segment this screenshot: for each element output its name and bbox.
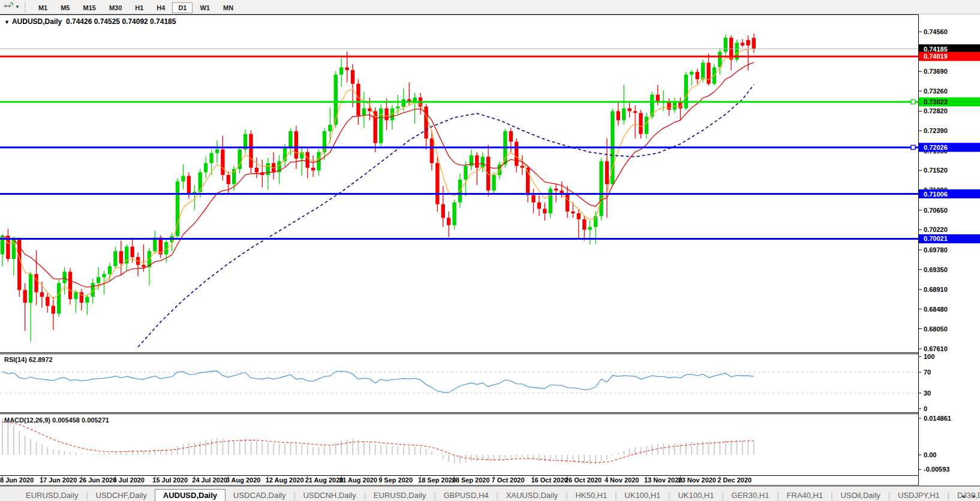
svg-text:0.68480: 0.68480 xyxy=(924,306,948,313)
svg-text:0.73690: 0.73690 xyxy=(924,68,948,75)
toolbar-grip[interactable] xyxy=(25,2,28,12)
svg-text:0.74560: 0.74560 xyxy=(924,28,948,35)
svg-text:0.74019: 0.74019 xyxy=(924,53,948,60)
svg-text:16 Oct 2020: 16 Oct 2020 xyxy=(531,476,567,484)
chart-tab-eurusd-daily[interactable]: EURUSD,Daily xyxy=(366,489,434,501)
tab-scroll-left-icon[interactable]: ◄ xyxy=(958,493,967,500)
timeframe-button-m1[interactable]: M1 xyxy=(32,2,53,13)
svg-text:0.00: 0.00 xyxy=(924,451,936,458)
svg-text:15 Jul 2020: 15 Jul 2020 xyxy=(152,476,188,484)
chart-scroll-icon[interactable] xyxy=(2,2,13,13)
svg-text:23 Nov 2020: 23 Nov 2020 xyxy=(678,476,716,484)
chart-tab-bar: EURUSD,Daily|USDCHF,DailyAUDUSD,DailyUSD… xyxy=(0,486,980,501)
chart-tab-usdcad-daily[interactable]: USDCAD,Daily xyxy=(226,489,293,501)
svg-text:0.71006: 0.71006 xyxy=(924,191,948,198)
timeframe-button-m30[interactable]: M30 xyxy=(103,2,128,13)
timeframe-button-mn[interactable]: MN xyxy=(217,2,239,13)
svg-text:2 Dec 2020: 2 Dec 2020 xyxy=(717,476,751,484)
macd-indicator-label: MACD(12,26,9) 0.005458 0.005271 xyxy=(4,417,109,424)
svg-text:0.74185: 0.74185 xyxy=(924,46,948,53)
svg-text:0.73023: 0.73023 xyxy=(924,98,948,105)
chart-title: ▼AUDUSD,Daily 0.74426 0.74525 0.74092 0.… xyxy=(4,17,176,26)
svg-text:12 Aug 2020: 12 Aug 2020 xyxy=(266,476,304,484)
chart-tab-eurusd-daily[interactable]: EURUSD,Daily xyxy=(18,489,86,501)
chart-tab-audusd-daily[interactable]: AUDUSD,Daily xyxy=(155,489,226,501)
svg-text:24 Jul 2020: 24 Jul 2020 xyxy=(192,476,227,484)
mt4-window: ▼ M1M5M15M30H1H4D1W1MN 8 Jun 202017 Jun … xyxy=(0,0,980,501)
svg-text:26 Oct 2020: 26 Oct 2020 xyxy=(565,476,602,484)
svg-text:0.69780: 0.69780 xyxy=(924,246,948,253)
rsi-indicator-label: RSI(14) 62.8972 xyxy=(4,356,53,363)
timeframe-button-w1[interactable]: W1 xyxy=(194,2,216,13)
chart-tab-usdjpy-h1[interactable]: USDJPY,H1 xyxy=(890,489,948,501)
svg-text:26 Jun 2020: 26 Jun 2020 xyxy=(79,476,116,484)
chart-tab-usdcnh-daily[interactable]: USDCNH,Daily xyxy=(296,489,364,501)
svg-text:28 Sep 2020: 28 Sep 2020 xyxy=(452,476,490,484)
tab-scroll-right-icon[interactable]: ► xyxy=(970,493,979,500)
chart-tab-gbpusd-h4[interactable]: GBPUSD,H4 xyxy=(435,489,496,501)
timeframe-button-m5[interactable]: M5 xyxy=(55,2,76,13)
tab-scroll-buttons: ◄► xyxy=(958,493,979,500)
svg-text:100: 100 xyxy=(924,353,934,360)
chart-tab-fra40-h1[interactable]: FRA40,H1 xyxy=(779,489,831,501)
chart-tab-xauusd-daily[interactable]: XAUUSD,Daily xyxy=(498,489,566,501)
svg-text:0.70650: 0.70650 xyxy=(924,207,948,214)
chart-tab-hk50-h1[interactable]: HK50,H1 xyxy=(567,489,615,501)
chart-area: 8 Jun 202017 Jun 202026 Jun 20206 Jul 20… xyxy=(0,14,980,486)
svg-text:0.72390: 0.72390 xyxy=(924,127,948,134)
chart-tab-ger30-h1[interactable]: GER30,H1 xyxy=(724,489,777,501)
cursor-tool-group: ▼ xyxy=(0,2,22,13)
price-chart-canvas[interactable]: 8 Jun 202017 Jun 202026 Jun 20206 Jul 20… xyxy=(0,14,980,486)
svg-text:0.69350: 0.69350 xyxy=(924,266,948,273)
svg-text:0.70021: 0.70021 xyxy=(924,235,948,242)
svg-text:0.73260: 0.73260 xyxy=(924,87,948,95)
chart-tab-usdchf-daily[interactable]: USDCHF,Daily xyxy=(88,489,155,501)
svg-text:0.014861: 0.014861 xyxy=(924,415,951,422)
toolbar: ▼ M1M5M15M30H1H4D1W1MN xyxy=(0,0,980,14)
timeframe-button-d1[interactable]: D1 xyxy=(172,2,193,13)
svg-text:0.72026: 0.72026 xyxy=(924,144,948,151)
svg-text:21 Aug 2020: 21 Aug 2020 xyxy=(305,476,344,484)
svg-text:17 Jun 2020: 17 Jun 2020 xyxy=(40,476,77,484)
svg-text:30: 30 xyxy=(924,390,931,397)
svg-text:9 Sep 2020: 9 Sep 2020 xyxy=(378,476,413,484)
svg-text:13 Nov 2020: 13 Nov 2020 xyxy=(644,476,683,484)
svg-text:0.68910: 0.68910 xyxy=(924,286,948,293)
timeframe-button-h1[interactable]: H1 xyxy=(129,2,149,13)
svg-text:6 Jul 2020: 6 Jul 2020 xyxy=(113,476,145,484)
timeframe-toolbar: M1M5M15M30H1H4D1W1MN xyxy=(32,2,240,13)
svg-text:18 Sep 2020: 18 Sep 2020 xyxy=(418,476,456,484)
svg-text:8 Jun 2020: 8 Jun 2020 xyxy=(0,476,34,484)
chart-symbol: AUDUSD,Daily xyxy=(12,17,62,26)
chart-tab-uk100-h1[interactable]: UK100,H1 xyxy=(617,489,668,501)
timeframe-button-h4[interactable]: H4 xyxy=(151,2,171,13)
svg-text:70: 70 xyxy=(924,369,931,376)
svg-text:0.72820: 0.72820 xyxy=(924,107,948,114)
svg-text:4 Nov 2020: 4 Nov 2020 xyxy=(605,476,639,484)
svg-text:0: 0 xyxy=(924,405,927,412)
svg-text:-0.00593: -0.00593 xyxy=(924,466,949,473)
chart-tab-usoil-daily[interactable]: USOil,Daily xyxy=(832,489,888,501)
svg-text:7 Oct 2020: 7 Oct 2020 xyxy=(492,476,525,484)
svg-text:0.71520: 0.71520 xyxy=(924,167,948,174)
svg-text:0.67610: 0.67610 xyxy=(924,345,948,352)
svg-text:31 Aug 2020: 31 Aug 2020 xyxy=(339,476,377,484)
timeframe-button-m15[interactable]: M15 xyxy=(77,2,101,13)
chart-tab-uk100-h1[interactable]: UK100,H1 xyxy=(670,489,722,501)
collapse-triangle-icon[interactable]: ▼ xyxy=(4,19,10,25)
chart-ohlc-values: 0.74426 0.74525 0.74092 0.74185 xyxy=(66,17,176,26)
svg-text:0.70220: 0.70220 xyxy=(924,226,948,233)
svg-text:3 Aug 2020: 3 Aug 2020 xyxy=(226,476,261,484)
svg-text:0.68050: 0.68050 xyxy=(924,325,948,333)
chevron-down-icon[interactable]: ▼ xyxy=(15,4,20,10)
